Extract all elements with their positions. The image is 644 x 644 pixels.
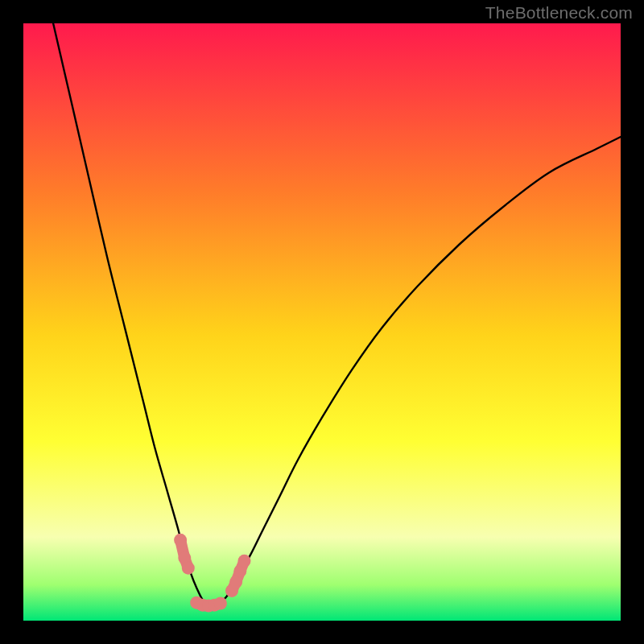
bottleneck-chart — [23, 23, 621, 621]
marker-dot — [214, 597, 227, 610]
chart-svg — [23, 23, 621, 621]
gradient-background — [23, 23, 621, 621]
marker-dot — [174, 534, 187, 547]
marker-dot — [182, 562, 195, 575]
chart-frame: TheBottleneck.com — [0, 0, 644, 644]
marker-dot — [238, 555, 251, 568]
watermark-text: TheBottleneck.com — [485, 3, 633, 23]
